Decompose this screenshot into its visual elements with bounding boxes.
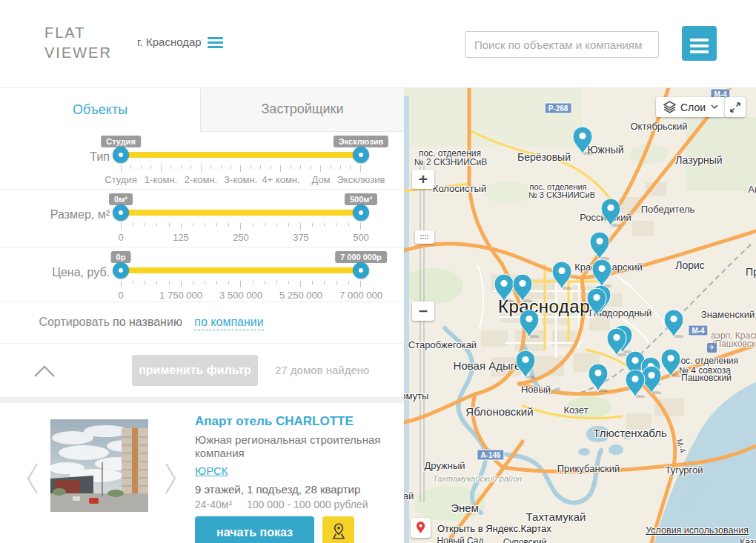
slider-tooltip-max: 7 000 000р — [335, 251, 387, 263]
yandex-pin-button[interactable] — [411, 518, 431, 538]
map-pin[interactable] — [588, 232, 611, 260]
slider-track[interactable] — [121, 152, 361, 158]
filter-label: Цена, руб. — [0, 266, 110, 279]
logo-line-1: FLAT — [44, 23, 112, 43]
app-logo: FLAT VIEWER — [44, 23, 112, 63]
flat-viewer-app: FLAT VIEWER г. Краснодар Объекты Застрой… — [0, 0, 756, 543]
section-divider — [0, 397, 404, 403]
slider-handle-min[interactable] — [113, 204, 129, 221]
tick-label: 5 250 000 — [279, 290, 322, 301]
slider-handle-min[interactable] — [113, 262, 129, 279]
slider-handle-max[interactable] — [353, 262, 369, 279]
map-zoom-out-button[interactable]: − — [412, 302, 434, 321]
map-pin[interactable] — [586, 288, 608, 316]
slider-tooltip-max: Эксклюзив — [334, 136, 388, 147]
map-pin[interactable] — [600, 199, 622, 227]
slider-handle-max[interactable] — [353, 204, 369, 221]
listing-company: Южная региональная строительная компания — [195, 433, 397, 460]
map-pin[interactable] — [663, 310, 685, 338]
map-pin[interactable] — [514, 350, 537, 379]
tab-developers[interactable]: Застройщики — [200, 87, 404, 132]
sort-by-name[interactable]: по названию — [113, 316, 182, 328]
road-badge: А-146 — [477, 450, 504, 461]
map-label: Козет — [563, 404, 588, 416]
price-slider: 0р 7 000 000р 01 750 0003 500 0005 250 0… — [121, 247, 361, 302]
map-label: № 2 СКЗНИИСиВ — [414, 157, 487, 167]
sort-label: Сортировать — [0, 316, 110, 329]
map-label: Берёзовый — [517, 151, 571, 163]
listing-company-link[interactable]: ЮРСК — [195, 464, 228, 477]
carousel-next-icon[interactable] — [165, 462, 176, 498]
filter-row-size: Размер, м² 0м² 500м² 0125250375500 — [0, 190, 404, 247]
map-label: Энем — [451, 502, 479, 514]
tick-label: 3 500 000 — [219, 290, 262, 301]
search-input[interactable] — [465, 31, 659, 58]
map-label: Суповский — [503, 537, 547, 543]
drag-dots-icon — [420, 234, 430, 240]
tick-label: 4+ комн. — [262, 174, 299, 185]
city-menu-icon[interactable] — [208, 37, 223, 50]
map-label: № 3 СКЗНИИСиВ — [528, 190, 595, 199]
listing-card: Апарт отель CHARLOTTE Южная региональная… — [0, 403, 404, 543]
map-zoom-slider-handle[interactable] — [415, 230, 434, 244]
map-label: Знаменский — [701, 309, 755, 320]
start-showing-button[interactable]: начать показ — [195, 516, 314, 543]
tick-label: 2-комн. — [185, 174, 217, 185]
apply-filter-button[interactable]: применить фильтр — [132, 355, 258, 386]
road-badge: Р-268 — [545, 103, 572, 114]
slider-handle-max[interactable] — [353, 147, 369, 163]
listing-area: 24-40м² — [195, 499, 232, 510]
map-label: Пр — [746, 266, 756, 278]
open-in-yandex-link[interactable]: Открыть в Яндекс.Картах — [437, 523, 551, 534]
filter-label: Тип — [0, 150, 110, 164]
map-layers-button[interactable]: Слои — [656, 97, 726, 117]
map-label: Пашковский — [681, 373, 732, 383]
map-label: Тлюстенхабль — [593, 427, 666, 439]
chevron-down-icon — [711, 104, 718, 110]
listing-details: 9 этажей, 1 подъезд, 28 квартир — [195, 483, 397, 496]
tab-objects[interactable]: Объекты — [0, 87, 200, 132]
tick-label: 1-комн. — [145, 174, 177, 185]
listing-photo[interactable] — [50, 419, 148, 512]
map-pin[interactable] — [551, 261, 573, 290]
map-label: пос. отделения — [676, 356, 738, 366]
slider-handle-min[interactable] — [113, 147, 129, 163]
map-zoom-in-button[interactable]: + — [412, 170, 434, 189]
main-menu-button[interactable] — [682, 26, 717, 61]
map-pin[interactable] — [571, 127, 594, 155]
slider-track[interactable] — [121, 267, 361, 273]
hamburger-icon — [686, 39, 712, 53]
map-label: Тахтамукай — [526, 510, 586, 523]
terms-of-use-link[interactable]: Условия использования — [646, 525, 749, 536]
carousel-prev-icon[interactable] — [27, 462, 39, 498]
map-label: Колосистый — [433, 183, 486, 194]
slider-tooltip-max: 500м² — [345, 193, 377, 205]
map-pin[interactable] — [660, 349, 682, 377]
map-label: Победитель — [641, 204, 695, 215]
map-pin[interactable] — [511, 274, 534, 302]
slider-tooltip-min: Студия — [101, 136, 141, 147]
tick-label: 375 — [293, 232, 309, 243]
map-fullscreen-button[interactable] — [725, 97, 746, 117]
filter-row-price: Цена, руб. 0р 7 000 000р 01 750 0003 500… — [0, 247, 404, 302]
show-on-map-button[interactable] — [322, 516, 354, 543]
map-label: ай — [404, 490, 414, 502]
map-label: Дружный — [424, 460, 465, 471]
slider-track[interactable] — [121, 210, 361, 216]
collapse-filters-icon[interactable] — [33, 364, 56, 381]
tick-label: Дом — [311, 174, 330, 185]
tick-label: 0 — [118, 290, 123, 301]
listing-price: 100 000 - 100 000 рублей — [247, 499, 368, 510]
map-pin[interactable] — [624, 370, 646, 398]
map-pin[interactable] — [518, 310, 540, 338]
city-selector-label[interactable]: г. Краснодар — [137, 36, 202, 48]
map-label: Аг — [748, 184, 756, 195]
map-label: Лазурный — [675, 154, 722, 166]
map-label: Яблоновский — [465, 405, 533, 418]
map-pin[interactable] — [587, 364, 609, 392]
map[interactable]: Октябрьскийпос. отделения№ 2 СКЗНИИСиВБе… — [404, 87, 756, 543]
map-pin[interactable] — [591, 259, 613, 287]
sort-by-company[interactable]: по компании — [194, 316, 263, 330]
slider-ticks — [121, 165, 361, 173]
listing-title: Апарт отель CHARLOTTE — [195, 414, 397, 429]
